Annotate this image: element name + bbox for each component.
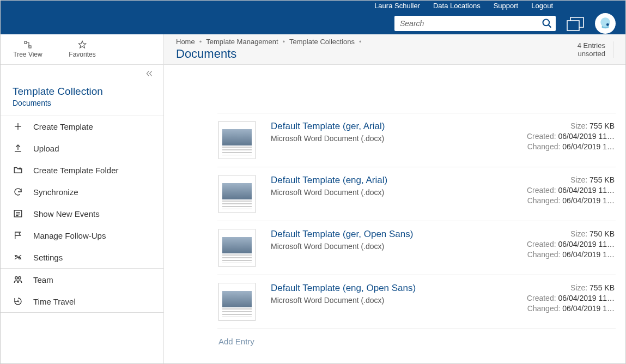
document-subtitle: Microsoft Word Document (.docx)	[271, 242, 508, 251]
news-icon	[13, 209, 23, 219]
action-label: Synchronize	[33, 187, 78, 197]
timetravel-icon	[13, 296, 23, 306]
svg-rect-4	[25, 41, 27, 44]
breadcrumb: Home • Template Management • Template Co…	[176, 38, 362, 46]
add-entry-button[interactable]: Add Entry	[217, 329, 616, 354]
topbar-links: Laura Schuller Data Locations Support Lo…	[374, 2, 616, 10]
document-meta: Size: 750 KB Created: 06/04/2019 11… Cha…	[523, 229, 615, 260]
chevron-double-left-icon	[145, 70, 154, 77]
document-row[interactable]: Default Template (eng, Open Sans) Micros…	[217, 275, 616, 329]
sync-icon	[13, 187, 23, 197]
sidebar-tabs: Tree View Favorites	[1, 34, 163, 65]
plus-icon	[13, 122, 23, 131]
svg-point-0	[543, 19, 550, 26]
document-meta: Size: 755 KB Created: 06/04/2019 11… Cha…	[523, 175, 615, 206]
settings-action[interactable]: Settings	[1, 246, 163, 268]
main-header: Home • Template Management • Template Co…	[164, 34, 625, 65]
document-thumbnail	[218, 229, 256, 267]
show-events-action[interactable]: Show New Events	[1, 203, 163, 225]
action-label: Team	[33, 275, 53, 284]
svg-point-20	[15, 277, 18, 280]
breadcrumb-template-collections[interactable]: Template Collections	[289, 38, 355, 46]
support-link[interactable]: Support	[494, 2, 519, 10]
document-subtitle: Microsoft Word Document (.docx)	[271, 296, 508, 305]
sort-state: unsorted	[578, 50, 605, 58]
folder-plus-icon	[13, 165, 23, 175]
flag-icon	[13, 230, 23, 240]
tab-favorites[interactable]: Favorites	[55, 40, 110, 58]
tree-view-icon	[23, 40, 32, 49]
document-thumbnail	[218, 121, 256, 159]
synchronize-action[interactable]: Synchronize	[1, 181, 163, 203]
upload-action[interactable]: Upload	[1, 137, 163, 159]
document-list: Default Template (ger, Arial) Microsoft …	[164, 65, 625, 363]
document-title[interactable]: Default Template (ger, Open Sans)	[271, 229, 508, 240]
document-thumbnail	[218, 283, 256, 321]
sidebar-subtitle: Documents	[13, 99, 151, 107]
document-title[interactable]: Default Template (eng, Arial)	[271, 175, 508, 186]
team-action[interactable]: Team	[1, 269, 163, 290]
action-label: Manage Follow-Ups	[33, 231, 106, 240]
action-label: Upload	[33, 144, 59, 153]
search-icon[interactable]	[542, 18, 552, 29]
breadcrumb-template-management[interactable]: Template Management	[206, 38, 278, 46]
data-locations-link[interactable]: Data Locations	[433, 2, 481, 10]
svg-point-21	[19, 277, 21, 280]
topbar: Laura Schuller Data Locations Support Lo…	[1, 1, 625, 34]
action-label: Create Template	[33, 122, 93, 131]
tab-favorites-label: Favorites	[69, 51, 95, 58]
create-template-action[interactable]: Create Template	[1, 116, 163, 137]
action-label: Settings	[33, 253, 63, 262]
document-thumbnail	[218, 175, 256, 213]
timetravel-action[interactable]: Time Travel	[1, 290, 163, 312]
entry-count: 4 Entries unsorted	[578, 41, 613, 58]
star-icon	[78, 40, 87, 49]
breadcrumb-home[interactable]: Home	[176, 38, 195, 46]
page-title: Documents	[176, 47, 362, 61]
document-title[interactable]: Default Template (ger, Arial)	[271, 121, 508, 132]
document-subtitle: Microsoft Word Document (.docx)	[271, 188, 508, 197]
avatar[interactable]	[595, 13, 616, 34]
settings-icon	[13, 252, 23, 262]
svg-line-1	[549, 25, 551, 27]
document-meta: Size: 755 KB Created: 06/04/2019 11… Cha…	[523, 283, 615, 314]
document-title[interactable]: Default Template (eng, Open Sans)	[271, 283, 508, 294]
windows-icon[interactable]	[567, 17, 584, 30]
logout-link[interactable]: Logout	[531, 2, 553, 10]
document-row[interactable]: Default Template (ger, Open Sans) Micros…	[217, 221, 616, 275]
collapse-sidebar[interactable]	[1, 65, 163, 82]
sidebar-title-block: Template Collection Documents	[1, 82, 163, 115]
search-wrap	[394, 16, 556, 31]
svg-rect-2	[567, 21, 579, 31]
document-meta: Size: 755 KB Created: 06/04/2019 11… Cha…	[523, 121, 615, 152]
svg-marker-6	[78, 41, 86, 48]
document-subtitle: Microsoft Word Document (.docx)	[271, 134, 508, 143]
entry-count-value: 4 Entries	[578, 41, 605, 50]
action-label: Create Template Folder	[33, 166, 118, 175]
sidebar-title: Template Collection	[13, 86, 151, 98]
tab-tree-view-label: Tree View	[13, 51, 42, 58]
sidebar: Tree View Favorites Template Collection …	[1, 34, 164, 363]
action-label: Time Travel	[33, 297, 76, 306]
svg-point-18	[16, 256, 17, 257]
upload-icon	[13, 143, 23, 153]
svg-point-3	[606, 23, 609, 26]
document-row[interactable]: Default Template (ger, Arial) Microsoft …	[217, 113, 616, 167]
document-row[interactable]: Default Template (eng, Arial) Microsoft …	[217, 167, 616, 221]
team-icon	[13, 275, 23, 284]
user-name-link[interactable]: Laura Schuller	[374, 2, 420, 10]
create-template-folder-action[interactable]: Create Template Folder	[1, 159, 163, 181]
manage-followups-action[interactable]: Manage Follow-Ups	[1, 225, 163, 246]
svg-point-19	[19, 257, 21, 259]
main-panel: Home • Template Management • Template Co…	[164, 34, 625, 363]
search-input[interactable]	[394, 16, 556, 31]
tab-tree-view[interactable]: Tree View	[1, 40, 55, 58]
action-label: Show New Events	[33, 209, 100, 219]
